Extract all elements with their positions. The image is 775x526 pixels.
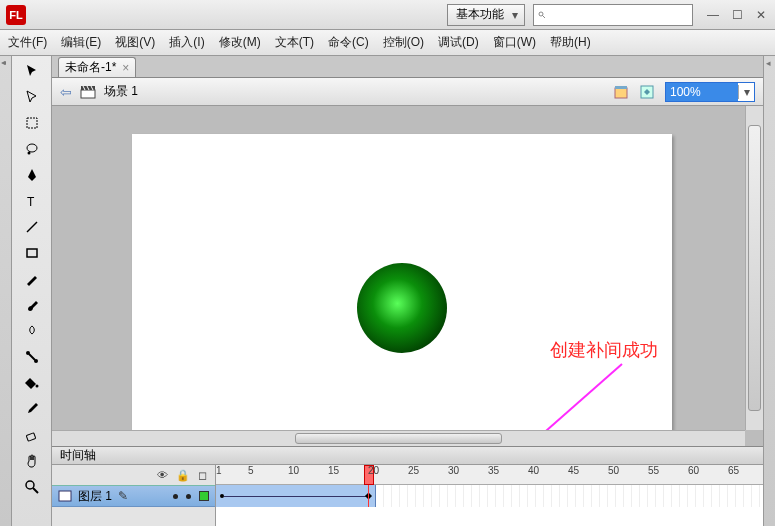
timeline-title[interactable]: 时间轴 (52, 447, 763, 465)
svg-line-10 (29, 354, 35, 360)
bone-tool-icon[interactable] (18, 346, 46, 368)
hand-tool-icon[interactable] (18, 450, 46, 472)
menu-text[interactable]: 文本(T) (275, 34, 314, 51)
maximize-button[interactable]: ☐ (729, 7, 745, 23)
scroll-thumb[interactable] (295, 433, 503, 444)
frames-row[interactable] (216, 485, 763, 507)
panel-collapse-left[interactable] (0, 56, 12, 526)
titlebar: FL 基本功能 — ☐ ✕ (0, 0, 775, 30)
menubar: 文件(F) 编辑(E) 视图(V) 插入(I) 修改(M) 文本(T) 命令(C… (0, 30, 775, 56)
brush-tool-icon[interactable] (18, 294, 46, 316)
edit-scene-icon[interactable] (613, 84, 631, 100)
zoom-dropdown-icon[interactable]: ▾ (738, 85, 754, 99)
horizontal-scrollbar[interactable] (52, 430, 745, 446)
zoom-combo[interactable]: 100% ▾ (665, 82, 755, 102)
text-tool-icon[interactable]: T (18, 190, 46, 212)
ruler-tick: 60 (688, 465, 699, 476)
outline-column-icon[interactable]: ◻ (198, 469, 207, 482)
zoom-tool-icon[interactable] (18, 476, 46, 498)
selection-tool-icon[interactable] (18, 60, 46, 82)
search-box[interactable] (533, 4, 693, 26)
svg-point-0 (539, 12, 543, 16)
line-tool-icon[interactable] (18, 216, 46, 238)
tab-close-icon[interactable]: × (122, 61, 129, 75)
search-input[interactable] (550, 9, 688, 21)
svg-point-4 (27, 152, 30, 155)
subselection-tool-icon[interactable] (18, 86, 46, 108)
svg-line-14 (33, 488, 38, 493)
back-arrow-icon[interactable]: ⇦ (60, 84, 72, 100)
scene-name: 场景 1 (104, 83, 138, 100)
svg-rect-21 (615, 86, 627, 89)
ruler-tick: 45 (568, 465, 579, 476)
svg-rect-12 (26, 433, 36, 441)
ruler-tick: 5 (248, 465, 254, 476)
playhead-line (368, 485, 369, 507)
ruler-tick: 50 (608, 465, 619, 476)
svg-rect-7 (27, 249, 37, 257)
pencil-tool-icon[interactable] (18, 268, 46, 290)
lasso-tool-icon[interactable] (18, 138, 46, 160)
layer-lock-dot[interactable] (186, 494, 191, 499)
vertical-scrollbar[interactable] (745, 106, 763, 430)
ruler-tick: 1 (216, 465, 222, 476)
stage-area: 创建补间成功 (52, 106, 763, 446)
eye-column-icon[interactable]: 👁 (157, 469, 168, 481)
frame-ruler[interactable]: 1510152025303540455055606570 (216, 465, 763, 485)
ruler-tick: 65 (728, 465, 739, 476)
menu-view[interactable]: 视图(V) (115, 34, 155, 51)
document-tab[interactable]: 未命名-1* × (58, 57, 136, 77)
menu-insert[interactable]: 插入(I) (169, 34, 204, 51)
motion-tween-span[interactable] (216, 485, 376, 507)
menu-debug[interactable]: 调试(D) (438, 34, 479, 51)
svg-rect-2 (27, 118, 37, 128)
menu-file[interactable]: 文件(F) (8, 34, 47, 51)
layer-outline-swatch[interactable] (199, 491, 209, 501)
svg-line-6 (27, 222, 37, 232)
scroll-thumb[interactable] (748, 125, 761, 410)
panel-collapse-right[interactable] (763, 56, 775, 526)
eraser-tool-icon[interactable] (18, 424, 46, 446)
timeline-layers: 👁 🔒 ◻ 图层 1 ✎ (52, 465, 216, 526)
edit-bar: ⇦ 场景 1 100% ▾ (52, 78, 763, 106)
menu-control[interactable]: 控制(O) (383, 34, 424, 51)
deco-tool-icon[interactable] (18, 320, 46, 342)
ruler-tick: 25 (408, 465, 419, 476)
timeline-title-label: 时间轴 (60, 447, 96, 464)
ruler-tick: 30 (448, 465, 459, 476)
green-ball-shape[interactable] (357, 263, 447, 353)
ruler-tick: 15 (328, 465, 339, 476)
pen-tool-icon[interactable] (18, 164, 46, 186)
window-controls: — ☐ ✕ (705, 7, 769, 23)
close-button[interactable]: ✕ (753, 7, 769, 23)
lock-column-icon[interactable]: 🔒 (176, 469, 190, 482)
svg-rect-24 (59, 491, 71, 501)
free-transform-tool-icon[interactable] (18, 112, 46, 134)
tools-panel: T (12, 56, 52, 526)
menu-edit[interactable]: 编辑(E) (61, 34, 101, 51)
layer-row[interactable]: 图层 1 ✎ (52, 485, 215, 507)
ruler-tick: 10 (288, 465, 299, 476)
layer-active-pencil-icon: ✎ (118, 489, 128, 503)
rectangle-tool-icon[interactable] (18, 242, 46, 264)
menu-help[interactable]: 帮助(H) (550, 34, 591, 51)
document-tabs: 未命名-1* × (52, 56, 763, 78)
menu-modify[interactable]: 修改(M) (219, 34, 261, 51)
ruler-tick: 40 (528, 465, 539, 476)
stage[interactable] (132, 134, 672, 434)
layer-visible-dot[interactable] (173, 494, 178, 499)
ruler-tick: 35 (488, 465, 499, 476)
workspace-label: 基本功能 (456, 6, 504, 23)
search-icon (538, 9, 546, 21)
menu-commands[interactable]: 命令(C) (328, 34, 369, 51)
menu-window[interactable]: 窗口(W) (493, 34, 536, 51)
paint-bucket-tool-icon[interactable] (18, 372, 46, 394)
eyedropper-tool-icon[interactable] (18, 398, 46, 420)
minimize-button[interactable]: — (705, 7, 721, 23)
workspace-switcher[interactable]: 基本功能 (447, 4, 525, 26)
timeline-frames[interactable]: 1510152025303540455055606570 (216, 465, 763, 526)
ruler-tick: 55 (648, 465, 659, 476)
svg-line-1 (543, 15, 546, 18)
svg-point-13 (26, 481, 34, 489)
edit-symbols-icon[interactable] (639, 84, 657, 100)
